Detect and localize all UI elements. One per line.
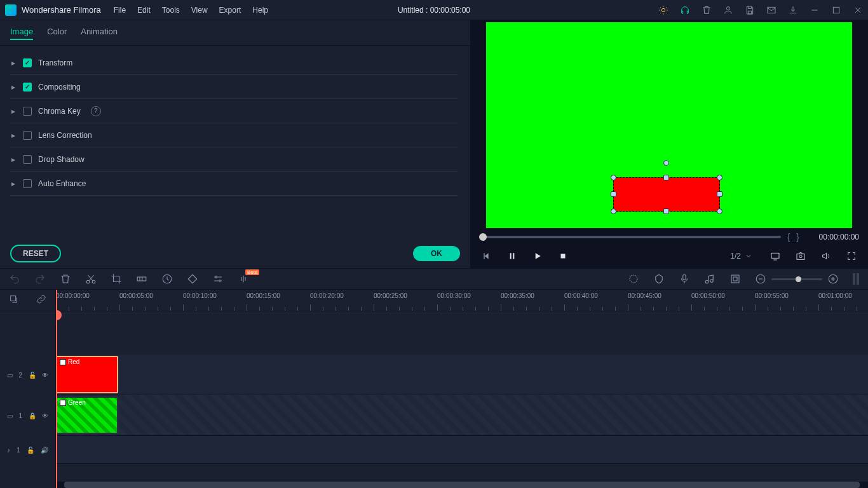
resize-handle-ml[interactable]	[611, 191, 616, 197]
prop-row-drop-shadow: ▸Drop Shadow	[10, 147, 458, 172]
expand-icon[interactable]: ▸	[10, 83, 17, 92]
trash-icon[interactable]	[702, 5, 712, 15]
delete-icon[interactable]	[60, 273, 71, 285]
render-icon[interactable]	[628, 273, 639, 285]
resize-handle-tl[interactable]	[611, 175, 616, 180]
marker-icon[interactable]	[653, 273, 665, 285]
scrollbar-thumb[interactable]	[64, 482, 860, 488]
scrub-thumb[interactable]	[479, 233, 487, 241]
undo-icon[interactable]	[9, 273, 20, 285]
zoom-slider[interactable]	[771, 278, 822, 280]
redo-icon[interactable]	[34, 273, 46, 285]
play-button[interactable]	[530, 248, 545, 264]
speed-ramp-icon[interactable]	[136, 273, 147, 285]
zoom-slider-thumb[interactable]	[796, 276, 801, 282]
fullscreen-icon[interactable]	[844, 248, 859, 264]
mark-in-icon[interactable]: {	[787, 232, 790, 242]
visibility-icon[interactable]: 👁	[42, 412, 48, 419]
mark-out-icon[interactable]: }	[796, 232, 799, 242]
checkbox[interactable]	[23, 131, 32, 140]
resize-handle-tr[interactable]	[717, 175, 722, 180]
minimize-icon[interactable]	[810, 5, 820, 15]
scrub-bar[interactable]	[479, 236, 781, 238]
visibility-icon[interactable]: 👁	[42, 372, 48, 379]
close-icon[interactable]	[853, 5, 863, 15]
clip-red[interactable]: Red	[56, 356, 118, 393]
adjust-icon[interactable]	[212, 273, 224, 285]
maximize-icon[interactable]	[831, 5, 841, 15]
svg-rect-15	[733, 277, 737, 281]
resize-handle-mr[interactable]	[717, 191, 722, 197]
audio-mixer-icon[interactable]	[704, 273, 715, 285]
expand-icon[interactable]: ▸	[10, 155, 17, 164]
menu-view[interactable]: View	[191, 6, 208, 15]
cut-icon[interactable]	[85, 273, 97, 285]
speed-icon[interactable]	[161, 273, 173, 285]
keyframe-icon[interactable]	[187, 273, 198, 285]
timeline-ruler[interactable]: 00:00:00:0000:00:05:0000:00:10:0000:00:1…	[56, 290, 868, 311]
link-icon[interactable]	[36, 294, 46, 306]
voiceover-icon[interactable]	[679, 273, 690, 285]
playhead[interactable]	[56, 290, 57, 488]
expand-icon[interactable]: ▸	[10, 58, 17, 67]
resize-handle-br[interactable]	[717, 208, 722, 214]
crop-icon[interactable]	[111, 273, 122, 285]
lock-icon[interactable]: 🔒	[29, 412, 36, 419]
expand-icon[interactable]: ▸	[10, 107, 17, 116]
rotate-handle[interactable]	[663, 160, 669, 166]
clip-green[interactable]: Green	[56, 396, 118, 434]
reset-button[interactable]: RESET	[10, 245, 61, 262]
video-track-1[interactable]: Green	[56, 395, 868, 436]
menu-help[interactable]: Help	[252, 6, 268, 15]
svg-rect-10	[137, 277, 146, 281]
menu-export[interactable]: Export	[219, 6, 241, 15]
zoom-in-icon[interactable]	[827, 273, 839, 285]
tab-color[interactable]: Color	[47, 27, 67, 40]
checkbox[interactable]	[23, 107, 32, 116]
lock-icon[interactable]: 🔓	[29, 372, 36, 379]
expand-icon[interactable]: ▸	[10, 131, 17, 140]
resize-handle-tm[interactable]	[663, 175, 669, 180]
audio-track-1[interactable]	[56, 436, 868, 464]
checkbox[interactable]	[23, 155, 32, 164]
tab-animation[interactable]: Animation	[81, 27, 118, 40]
checkbox[interactable]	[23, 83, 32, 92]
ok-button[interactable]: OK	[413, 246, 460, 261]
account-icon[interactable]	[723, 5, 733, 15]
mail-icon[interactable]	[766, 5, 776, 15]
zoom-out-icon[interactable]	[755, 273, 766, 285]
quality-icon[interactable]	[768, 248, 783, 264]
download-icon[interactable]	[788, 5, 798, 15]
lock-icon[interactable]: 🔓	[27, 447, 34, 454]
preview-zoom-select[interactable]: 1/2	[725, 250, 757, 262]
tab-image[interactable]: Image	[10, 27, 33, 40]
checkbox[interactable]	[23, 58, 32, 67]
timeline-toggle-icon[interactable]	[853, 273, 859, 285]
menu-edit[interactable]: Edit	[137, 6, 151, 15]
menu-file[interactable]: File	[114, 6, 126, 15]
preview-canvas[interactable]	[486, 22, 852, 228]
horizontal-scrollbar[interactable]	[56, 482, 868, 488]
save-icon[interactable]	[745, 5, 755, 15]
idea-icon[interactable]	[658, 5, 668, 15]
expand-icon[interactable]: ▸	[10, 179, 17, 188]
resize-handle-bm[interactable]	[663, 208, 669, 214]
track-manager-icon[interactable]	[729, 273, 741, 285]
prev-frame-button[interactable]	[479, 248, 494, 264]
add-track-icon[interactable]	[9, 294, 19, 306]
headphones-icon[interactable]	[680, 5, 690, 15]
snapshot-icon[interactable]	[793, 248, 808, 264]
audio-visualizer-icon[interactable]: Beta	[238, 273, 249, 285]
stop-button[interactable]	[555, 248, 571, 264]
timeline-tracks-area[interactable]: 00:00:00:0000:00:05:0000:00:10:0000:00:1…	[56, 290, 868, 488]
checkbox[interactable]	[23, 179, 32, 188]
volume-icon[interactable]	[818, 248, 834, 264]
play-pause-button[interactable]	[505, 248, 520, 264]
selection-box[interactable]	[613, 177, 720, 212]
ruler-mark: 00:00:00:00	[56, 292, 90, 299]
mute-icon[interactable]: 🔊	[41, 447, 48, 454]
resize-handle-bl[interactable]	[611, 208, 616, 214]
video-track-2[interactable]: Red	[56, 355, 868, 395]
help-icon[interactable]: ?	[91, 106, 101, 116]
menu-tools[interactable]: Tools	[162, 6, 180, 15]
